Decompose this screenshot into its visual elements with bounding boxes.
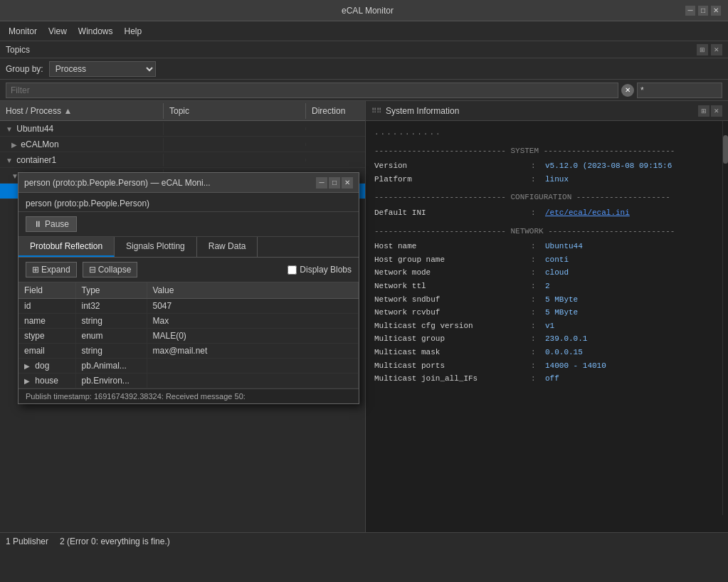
sysinfo-row: Multicast cfg version : v1 xyxy=(374,320,719,333)
right-panel-header: ⠿⠿ System Information ⊞ ✕ xyxy=(366,101,728,121)
dots-icon: ⠿⠿ xyxy=(371,107,381,115)
col-type: Type xyxy=(75,282,147,299)
sysinfo-key: Network rcvbuf xyxy=(374,307,531,319)
sysinfo-sep: : xyxy=(531,240,545,253)
tree-toggle[interactable]: ▼ xyxy=(6,125,13,133)
field-type: string xyxy=(75,314,147,329)
menu-help[interactable]: Help xyxy=(119,23,148,39)
sysinfo-val: cloud xyxy=(545,267,569,280)
topics-close-btn[interactable]: ✕ xyxy=(711,44,722,55)
list-item[interactable]: ▶ dog pb.Animal... xyxy=(19,359,359,374)
maximize-button[interactable]: □ xyxy=(698,6,708,16)
tab-raw-data[interactable]: Raw Data xyxy=(197,237,258,257)
sysinfo-row: Version : v5.12.0 (2023-08-08 09:15:6 xyxy=(374,160,719,173)
menu-view[interactable]: View xyxy=(43,23,73,39)
sysinfo-row: Network rcvbuf : 5 MByte xyxy=(374,307,719,319)
cell-host: ▼ Ubuntu44 xyxy=(0,122,164,135)
tree-toggle[interactable]: ▼ xyxy=(6,157,13,164)
sysinfo-row: Host group name : conti xyxy=(374,254,719,267)
right-panel-close-btn[interactable]: ✕ xyxy=(711,105,722,117)
dialog-window: person (proto:pb.People.Person) — eCAL M… xyxy=(18,172,359,404)
close-button[interactable]: ✕ xyxy=(711,6,721,16)
pause-button[interactable]: ⏸ Pause xyxy=(26,216,77,232)
sysinfo-row: Multicast mask : 0.0.0.15 xyxy=(374,346,719,359)
dialog-window-controls[interactable]: ─ □ ✕ xyxy=(316,177,353,189)
dialog-minimize-button[interactable]: ─ xyxy=(316,177,327,189)
scrollbar-thumb[interactable] xyxy=(723,135,728,164)
sysinfo-key: Multicast join_all_IFs xyxy=(374,373,531,386)
filter-input[interactable] xyxy=(6,83,618,98)
col-host[interactable]: Host / Process ▲ xyxy=(0,103,164,119)
col-topic[interactable]: Topic xyxy=(164,103,306,119)
field-value: Max xyxy=(147,314,359,329)
tab-signals-plotting[interactable]: Signals Plotting xyxy=(115,237,197,257)
sysinfo-row: Network sndbuf : 5 MByte xyxy=(374,294,719,307)
scrollbar-track[interactable] xyxy=(722,121,728,515)
col-field: Field xyxy=(19,282,75,299)
system-info-content: ........... ----------------------------… xyxy=(366,121,728,532)
minimize-button[interactable]: ─ xyxy=(685,6,695,16)
topics-expand-btn[interactable]: ⊞ xyxy=(697,44,708,55)
window-controls[interactable]: ─ □ ✕ xyxy=(685,6,721,16)
topics-bar: Topics ⊞ ✕ xyxy=(0,41,728,58)
field-type: string xyxy=(75,344,147,359)
field-type: pb.Animal... xyxy=(75,359,147,374)
menu-windows[interactable]: Windows xyxy=(73,23,119,39)
sysinfo-val: 14000 - 14010 xyxy=(545,360,606,373)
expand-button[interactable]: ⊞ Expand xyxy=(26,262,77,277)
list-item[interactable]: email string max@mail.net xyxy=(19,344,359,359)
sysinfo-val: v5.12.0 (2023-08-08 09:15:6 xyxy=(545,160,672,173)
sysinfo-sep: : xyxy=(531,307,545,319)
right-panel-pin-btn[interactable]: ⊞ xyxy=(698,105,709,117)
collapse-label: Collapse xyxy=(98,265,132,275)
tree-expand-icon[interactable]: ▶ xyxy=(24,362,30,370)
tree-expand-icon[interactable]: ▶ xyxy=(24,377,30,385)
sysinfo-key: Host group name xyxy=(374,254,531,267)
dialog-maximize-button[interactable]: □ xyxy=(329,177,340,189)
display-blobs-wrapper: Display Blobs xyxy=(287,265,352,275)
sysinfo-row: Network ttl : 2 xyxy=(374,280,719,293)
sysinfo-val: v1 xyxy=(545,320,554,333)
filter-wildcard-input[interactable] xyxy=(637,83,722,98)
dialog-title: person (proto:pb.People.Person) — eCAL M… xyxy=(24,178,316,188)
sysinfo-row: Multicast group : 239.0.0.1 xyxy=(374,333,719,346)
pause-label: Pause xyxy=(45,219,69,229)
list-item[interactable]: name string Max xyxy=(19,314,359,329)
sysinfo-val: Ubuntu44 xyxy=(545,240,583,253)
system-info-panel: ⠿⠿ System Information ⊞ ✕ ........... --… xyxy=(365,101,728,532)
sysinfo-val: 2 xyxy=(545,280,550,293)
sysinfo-sep: : xyxy=(531,320,545,333)
field-value: max@mail.net xyxy=(147,344,359,359)
list-item[interactable]: id int32 5047 xyxy=(19,299,359,314)
list-item[interactable]: ▶ house pb.Environ... xyxy=(19,374,359,388)
cell-topic xyxy=(164,143,306,146)
group-by-select[interactable]: Process Topic Host xyxy=(49,61,156,77)
sysinfo-key: Network mode xyxy=(374,267,531,280)
error-status: 2 (Error 0: everything is fine.) xyxy=(60,536,170,546)
sysinfo-config-section: ---------------------------- CONFIGURATI… xyxy=(374,191,719,204)
tree-toggle[interactable]: ▶ xyxy=(11,141,17,149)
menu-monitor[interactable]: Monitor xyxy=(3,23,43,39)
list-item[interactable]: stype enum MALE(0) xyxy=(19,329,359,344)
data-table: Field Type Value id int32 5047 name stri… xyxy=(19,282,359,388)
tab-protobuf-reflection[interactable]: Protobuf Reflection xyxy=(19,237,115,257)
field-type: pb.Environ... xyxy=(75,374,147,388)
sysinfo-sep: : xyxy=(531,160,545,173)
sysinfo-row: Platform : linux xyxy=(374,174,719,186)
pause-icon: ⏸ xyxy=(33,219,42,229)
right-panel-controls[interactable]: ⊞ ✕ xyxy=(698,105,722,117)
sysinfo-key: Network ttl xyxy=(374,280,531,293)
sysinfo-default-ini[interactable]: /etc/ecal/ecal.ini xyxy=(545,207,630,220)
filter-clear-button[interactable]: ✕ xyxy=(621,84,634,97)
sysinfo-sep: : xyxy=(531,294,545,307)
collapse-button[interactable]: ⊟ Collapse xyxy=(83,262,138,277)
dialog-close-button[interactable]: ✕ xyxy=(342,177,353,189)
display-blobs-checkbox[interactable] xyxy=(287,265,297,275)
app-title: eCAL Monitor xyxy=(50,6,685,16)
col-value: Value xyxy=(147,282,359,299)
sysinfo-system-section: ---------------------------- SYSTEM ----… xyxy=(374,145,719,158)
sysinfo-sep: : xyxy=(531,360,545,373)
toolbar: Group by: Process Topic Host xyxy=(0,58,728,80)
sysinfo-key: Network sndbuf xyxy=(374,294,531,307)
status-bar: 1 Publisher 2 (Error 0: everything is fi… xyxy=(0,532,728,549)
